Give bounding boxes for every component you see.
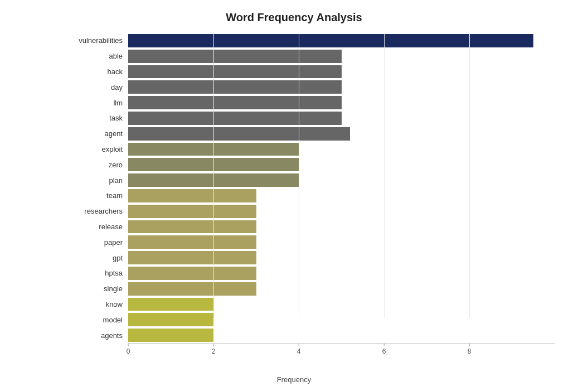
chart-container: Word Frequency Analysis vulnerabilitiesa…	[0, 0, 588, 391]
bar-paper	[128, 235, 256, 249]
x-tick-4: 4	[297, 343, 301, 355]
bar-vulnerabilities	[128, 34, 533, 47]
bar-label-release: release	[99, 220, 123, 234]
labels-container: vulnerabilitiesablehackdayllmtaskagentex…	[67, 33, 128, 343]
bar-hack	[128, 65, 342, 79]
chart-title: Word Frequency Analysis	[22, 11, 566, 24]
bar-label-researchers: researchers	[84, 205, 123, 218]
bar-team	[128, 189, 256, 202]
x-tick-6: 6	[382, 343, 386, 355]
bar-label-model: model	[103, 313, 123, 326]
bar-label-gpt: gpt	[113, 251, 123, 264]
bar-release	[128, 220, 256, 234]
x-axis-label: Frequency	[277, 375, 311, 384]
x-tick-0: 0	[127, 343, 130, 355]
bar-label-vulnerabilities: vulnerabilities	[79, 34, 123, 47]
bars-container	[128, 33, 555, 343]
bar-model	[128, 313, 213, 326]
bar-label-hptsa: hptsa	[105, 267, 123, 280]
bar-label-plan: plan	[109, 173, 123, 187]
bar-plan	[128, 173, 299, 187]
bar-label-paper: paper	[104, 235, 123, 249]
bar-researchers	[128, 205, 256, 218]
bar-label-agents: agents	[101, 329, 123, 342]
bar-label-llm: llm	[113, 96, 123, 109]
bar-able	[128, 50, 342, 63]
bar-exploit	[128, 143, 299, 156]
bar-day	[128, 80, 342, 94]
bar-llm	[128, 96, 342, 109]
x-axis: 0 2 4 6 8	[128, 343, 555, 368]
bar-agents	[128, 329, 213, 342]
bar-zero	[128, 158, 299, 171]
bar-label-hack: hack	[108, 65, 123, 79]
x-tick-8: 8	[468, 343, 472, 355]
bar-task	[128, 112, 342, 125]
bar-label-team: team	[106, 189, 123, 202]
bar-know	[128, 298, 213, 311]
bar-label-single: single	[104, 282, 123, 296]
bar-label-day: day	[111, 80, 123, 94]
bar-label-task: task	[109, 112, 123, 125]
bar-gpt	[128, 251, 256, 264]
x-axis-title: Frequency	[0, 374, 588, 384]
bar-single	[128, 282, 256, 296]
bar-label-know: know	[106, 298, 123, 311]
bar-agent	[128, 127, 350, 141]
bar-hptsa	[128, 267, 256, 280]
bar-label-agent: agent	[104, 127, 123, 141]
bar-label-zero: zero	[109, 158, 123, 171]
x-tick-2: 2	[212, 343, 216, 355]
bar-label-able: able	[109, 50, 123, 63]
bar-label-exploit: exploit	[101, 143, 123, 156]
